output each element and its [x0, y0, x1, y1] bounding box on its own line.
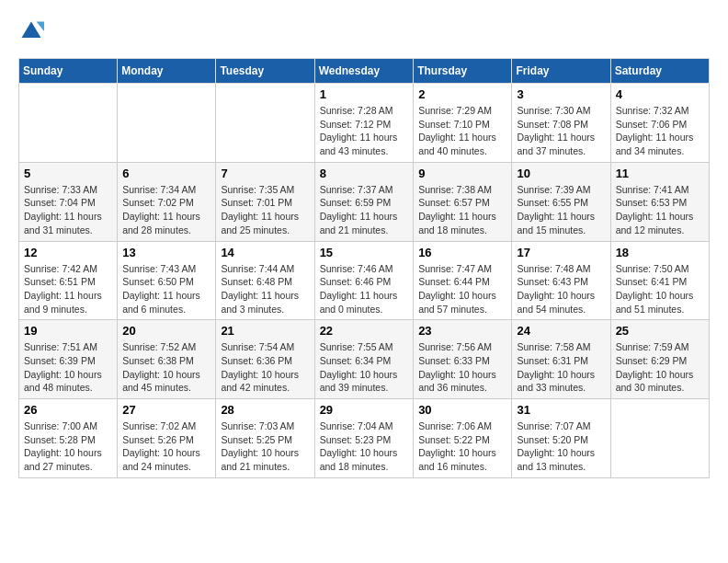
day-number: 8 — [320, 167, 409, 180]
day-info: Sunrise: 7:03 AMSunset: 5:25 PMDaylight:… — [221, 419, 309, 474]
day-number: 26 — [24, 403, 112, 417]
day-number: 18 — [616, 246, 704, 259]
day-number: 6 — [122, 167, 210, 180]
day-number: 7 — [221, 167, 309, 180]
day-header-tuesday: Tuesday — [216, 59, 314, 84]
day-info: Sunrise: 7:51 AMSunset: 6:39 PMDaylight:… — [24, 340, 112, 395]
day-info: Sunrise: 7:50 AMSunset: 6:41 PMDaylight:… — [616, 262, 704, 316]
svg-marker-0 — [22, 22, 41, 39]
day-info: Sunrise: 7:00 AMSunset: 5:28 PMDaylight:… — [24, 419, 112, 474]
calendar-cell: 1Sunrise: 7:28 AMSunset: 7:12 PMDaylight… — [314, 84, 414, 163]
calendar-cell: 20Sunrise: 7:52 AMSunset: 6:38 PMDayligh… — [118, 320, 216, 399]
day-number: 29 — [320, 403, 409, 417]
day-number: 5 — [24, 167, 112, 180]
day-number: 13 — [122, 246, 210, 259]
calendar-cell: 29Sunrise: 7:04 AMSunset: 5:23 PMDayligh… — [314, 399, 414, 478]
day-info: Sunrise: 7:38 AMSunset: 6:57 PMDaylight:… — [418, 183, 506, 237]
page-header — [18, 18, 710, 44]
calendar-cell: 15Sunrise: 7:46 AMSunset: 6:46 PMDayligh… — [314, 241, 414, 320]
day-number: 31 — [517, 403, 605, 417]
day-info: Sunrise: 7:30 AMSunset: 7:08 PMDaylight:… — [517, 104, 605, 158]
calendar-cell: 11Sunrise: 7:41 AMSunset: 6:53 PMDayligh… — [610, 162, 709, 241]
day-number: 30 — [418, 403, 506, 417]
day-number: 20 — [122, 324, 210, 338]
calendar-cell: 6Sunrise: 7:34 AMSunset: 7:02 PMDaylight… — [118, 162, 216, 241]
calendar-cell: 26Sunrise: 7:00 AMSunset: 5:28 PMDayligh… — [19, 399, 118, 478]
day-number: 15 — [320, 246, 409, 259]
day-info: Sunrise: 7:07 AMSunset: 5:20 PMDaylight:… — [517, 419, 605, 474]
calendar-cell: 10Sunrise: 7:39 AMSunset: 6:55 PMDayligh… — [512, 162, 610, 241]
day-info: Sunrise: 7:39 AMSunset: 6:55 PMDaylight:… — [517, 183, 605, 237]
day-info: Sunrise: 7:54 AMSunset: 6:36 PMDaylight:… — [221, 340, 309, 395]
calendar-cell — [610, 399, 709, 478]
calendar-cell: 18Sunrise: 7:50 AMSunset: 6:41 PMDayligh… — [610, 241, 709, 320]
day-number: 27 — [122, 403, 210, 417]
day-info: Sunrise: 7:47 AMSunset: 6:44 PMDaylight:… — [418, 262, 506, 316]
day-info: Sunrise: 7:59 AMSunset: 6:29 PMDaylight:… — [616, 340, 704, 395]
day-number: 9 — [418, 167, 506, 180]
calendar-cell: 25Sunrise: 7:59 AMSunset: 6:29 PMDayligh… — [610, 320, 709, 399]
day-number: 25 — [616, 324, 704, 338]
calendar-cell: 4Sunrise: 7:32 AMSunset: 7:06 PMDaylight… — [610, 84, 709, 163]
day-number: 19 — [24, 324, 112, 338]
day-info: Sunrise: 7:04 AMSunset: 5:23 PMDaylight:… — [320, 419, 409, 474]
day-number: 24 — [517, 324, 605, 338]
day-number: 1 — [320, 87, 409, 101]
day-number: 28 — [221, 403, 309, 417]
day-info: Sunrise: 7:35 AMSunset: 7:01 PMDaylight:… — [221, 183, 309, 237]
calendar-table: SundayMondayTuesdayWednesdayThursdayFrid… — [18, 58, 710, 478]
day-number: 16 — [418, 246, 506, 259]
calendar-cell: 24Sunrise: 7:58 AMSunset: 6:31 PMDayligh… — [512, 320, 610, 399]
logo-icon — [18, 18, 44, 44]
day-number: 11 — [616, 167, 704, 180]
calendar-week-row: 1Sunrise: 7:28 AMSunset: 7:12 PMDaylight… — [19, 84, 710, 163]
day-number: 12 — [24, 246, 112, 259]
calendar-cell: 16Sunrise: 7:47 AMSunset: 6:44 PMDayligh… — [414, 241, 512, 320]
day-header-sunday: Sunday — [19, 59, 118, 84]
day-info: Sunrise: 7:32 AMSunset: 7:06 PMDaylight:… — [616, 104, 704, 158]
day-number: 23 — [418, 324, 506, 338]
calendar-week-row: 5Sunrise: 7:33 AMSunset: 7:04 PMDaylight… — [19, 162, 710, 241]
day-info: Sunrise: 7:37 AMSunset: 6:59 PMDaylight:… — [320, 183, 409, 237]
calendar-header-row: SundayMondayTuesdayWednesdayThursdayFrid… — [19, 59, 710, 84]
day-number: 22 — [320, 324, 409, 338]
day-header-monday: Monday — [118, 59, 216, 84]
calendar-cell: 3Sunrise: 7:30 AMSunset: 7:08 PMDaylight… — [512, 84, 610, 163]
day-number: 14 — [221, 246, 309, 259]
calendar-cell: 27Sunrise: 7:02 AMSunset: 5:26 PMDayligh… — [118, 399, 216, 478]
day-number: 3 — [517, 87, 605, 101]
day-number: 17 — [517, 246, 605, 259]
day-number: 4 — [616, 87, 704, 101]
calendar-cell: 30Sunrise: 7:06 AMSunset: 5:22 PMDayligh… — [414, 399, 512, 478]
calendar-cell: 5Sunrise: 7:33 AMSunset: 7:04 PMDaylight… — [19, 162, 118, 241]
calendar-cell: 31Sunrise: 7:07 AMSunset: 5:20 PMDayligh… — [512, 399, 610, 478]
calendar-week-row: 19Sunrise: 7:51 AMSunset: 6:39 PMDayligh… — [19, 320, 710, 399]
calendar-week-row: 26Sunrise: 7:00 AMSunset: 5:28 PMDayligh… — [19, 399, 710, 478]
day-info: Sunrise: 7:29 AMSunset: 7:10 PMDaylight:… — [418, 104, 506, 158]
day-info: Sunrise: 7:55 AMSunset: 6:34 PMDaylight:… — [320, 340, 409, 395]
calendar-cell: 9Sunrise: 7:38 AMSunset: 6:57 PMDaylight… — [414, 162, 512, 241]
day-header-friday: Friday — [512, 59, 610, 84]
day-info: Sunrise: 7:41 AMSunset: 6:53 PMDaylight:… — [616, 183, 704, 237]
calendar-cell: 22Sunrise: 7:55 AMSunset: 6:34 PMDayligh… — [314, 320, 414, 399]
day-number: 2 — [418, 87, 506, 101]
day-header-saturday: Saturday — [610, 59, 709, 84]
logo — [18, 18, 48, 44]
day-info: Sunrise: 7:44 AMSunset: 6:48 PMDaylight:… — [221, 262, 309, 316]
day-info: Sunrise: 7:43 AMSunset: 6:50 PMDaylight:… — [122, 262, 210, 316]
calendar-cell: 13Sunrise: 7:43 AMSunset: 6:50 PMDayligh… — [118, 241, 216, 320]
day-info: Sunrise: 7:48 AMSunset: 6:43 PMDaylight:… — [517, 262, 605, 316]
svg-marker-1 — [37, 22, 44, 32]
day-number: 10 — [517, 167, 605, 180]
day-header-wednesday: Wednesday — [314, 59, 414, 84]
day-info: Sunrise: 7:46 AMSunset: 6:46 PMDaylight:… — [320, 262, 409, 316]
calendar-cell: 28Sunrise: 7:03 AMSunset: 5:25 PMDayligh… — [216, 399, 314, 478]
day-header-thursday: Thursday — [414, 59, 512, 84]
calendar-cell: 8Sunrise: 7:37 AMSunset: 6:59 PMDaylight… — [314, 162, 414, 241]
calendar-week-row: 12Sunrise: 7:42 AMSunset: 6:51 PMDayligh… — [19, 241, 710, 320]
calendar-cell — [216, 84, 314, 163]
day-info: Sunrise: 7:06 AMSunset: 5:22 PMDaylight:… — [418, 419, 506, 474]
calendar-cell: 21Sunrise: 7:54 AMSunset: 6:36 PMDayligh… — [216, 320, 314, 399]
day-info: Sunrise: 7:28 AMSunset: 7:12 PMDaylight:… — [320, 104, 409, 158]
calendar-cell: 2Sunrise: 7:29 AMSunset: 7:10 PMDaylight… — [414, 84, 512, 163]
